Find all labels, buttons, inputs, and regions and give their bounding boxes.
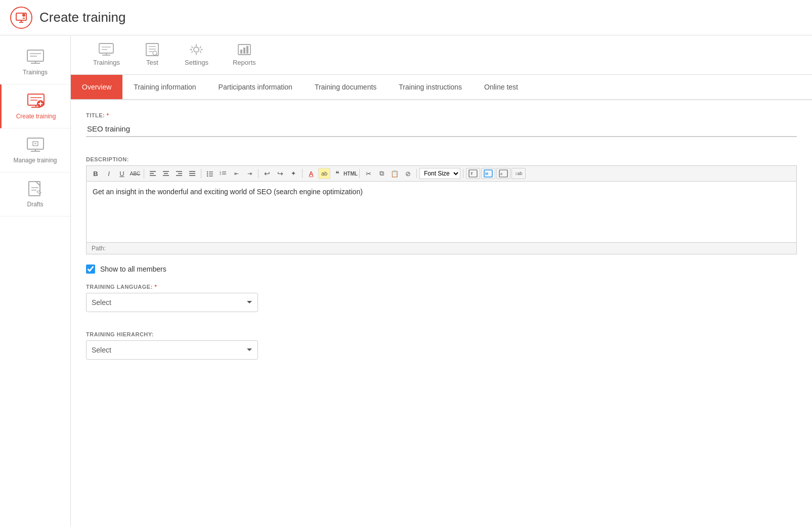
editor-path-bar: Path: (87, 242, 796, 254)
top-nav-test-label: Test (146, 59, 158, 66)
svg-rect-40 (246, 46, 248, 54)
toolbar-cut-button[interactable]: ✂ (362, 168, 374, 179)
toolbar-separator-3 (258, 169, 259, 178)
page-title: Create training (39, 10, 126, 25)
toolbar-strikethrough-button[interactable]: ABC (129, 168, 141, 179)
toolbar-list-ul-button[interactable] (204, 168, 216, 179)
toolbar-separator-1 (144, 169, 144, 178)
toolbar-redo-button[interactable]: ↪ (274, 168, 286, 179)
description-editor-body[interactable]: Get an insight in the wonderful and exci… (87, 182, 796, 242)
toolbar-copy-button[interactable]: ⧉ (375, 168, 388, 179)
app-logo-icon (10, 7, 32, 29)
top-nav-trainings-label: Trainings (93, 59, 120, 66)
toolbar-align-right-button[interactable] (173, 168, 185, 179)
title-required-star: * (107, 112, 109, 118)
svg-point-57 (207, 176, 208, 177)
svg-point-36 (194, 47, 199, 52)
toolbar-highlight-button[interactable]: ab (318, 168, 330, 179)
show-all-members-label[interactable]: Show to all members (100, 265, 166, 273)
sub-tab-training-instructions[interactable]: Training instructions (388, 75, 473, 99)
svg-text:2.: 2. (220, 172, 222, 176)
toolbar-undo-button[interactable]: ↩ (261, 168, 273, 179)
toolbar-extra2-button[interactable]: M (481, 168, 495, 179)
training-language-select[interactable]: Select English French German Spanish (86, 293, 258, 312)
sub-tab-online-test[interactable]: Online test (473, 75, 529, 99)
training-hierarchy-section: TRAINING HIERARCHY: Select Level 1 Level… (86, 331, 797, 370)
editor-toolbar: B I U ABC (87, 166, 796, 182)
top-navigation: Trainings Test (71, 35, 812, 75)
toolbar-align-center-button[interactable] (160, 168, 172, 179)
show-all-members-checkbox[interactable] (86, 265, 95, 274)
svg-rect-25 (99, 43, 113, 53)
top-nav-trainings[interactable]: Trainings (81, 35, 132, 74)
toolbar-list-ol-button[interactable]: 1.2. (217, 168, 229, 179)
toolbar-separator-7 (463, 169, 463, 178)
top-nav-settings[interactable]: Settings (173, 35, 221, 74)
training-language-required-star: * (154, 284, 157, 290)
top-nav-test[interactable]: Test (132, 35, 173, 74)
svg-rect-38 (240, 50, 242, 54)
toolbar-extra4-button[interactable]: ↕ab (511, 168, 526, 179)
toolbar-separator-4 (302, 169, 303, 178)
toolbar-italic-button[interactable]: I (103, 168, 115, 179)
toolbar-outdent-button[interactable]: ⇤ (230, 168, 242, 179)
toolbar-separator-5 (359, 169, 360, 178)
svg-rect-5 (27, 50, 44, 61)
toolbar-blockquote-button[interactable]: ❝ (331, 168, 344, 179)
toolbar-indent-button[interactable]: ⇥ (243, 168, 255, 179)
toolbar-font-color-button[interactable]: A (305, 168, 317, 179)
training-language-section: TRAINING LANGUAGE: * Select English Fren… (86, 284, 797, 322)
description-field-section: DESCRIPTION: B I U ABC (86, 156, 797, 254)
training-hierarchy-select[interactable]: Select Level 1 Level 2 Level 3 (86, 340, 258, 360)
toolbar-align-justify-button[interactable] (186, 168, 198, 179)
toolbar-paste-button[interactable]: 📋 (389, 168, 401, 179)
toolbar-extra1-button[interactable]: T (466, 168, 480, 179)
sub-tab-training-documents[interactable]: Training documents (304, 75, 388, 99)
title-input[interactable] (86, 121, 797, 137)
toolbar-align-left-button[interactable] (147, 168, 159, 179)
svg-text:a: a (500, 172, 502, 176)
sidebar: Trainings Create training (0, 35, 71, 526)
sub-tabs: Overview Training information Participan… (71, 75, 812, 100)
toolbar-font-size-select[interactable]: Font Size 8 10 12 14 16 18 24 36 (419, 168, 460, 179)
top-nav-reports[interactable]: Reports (221, 35, 268, 74)
sub-tab-training-information[interactable]: Training information (122, 75, 207, 99)
show-all-members-row: Show to all members (86, 265, 797, 274)
top-nav-reports-label: Reports (233, 59, 256, 66)
title-label: TITLE: * (86, 112, 797, 118)
toolbar-bold-button[interactable]: B (90, 168, 102, 179)
toolbar-extra3-button[interactable]: a (496, 168, 510, 179)
content-area: Trainings Test (71, 35, 812, 526)
svg-text:M: M (485, 172, 488, 176)
svg-point-3 (22, 14, 25, 17)
sidebar-item-manage-training[interactable]: Manage training (0, 128, 70, 172)
toolbar-underline-button[interactable]: U (116, 168, 128, 179)
training-language-label: TRAINING LANGUAGE: * (86, 284, 797, 290)
sub-tab-overview[interactable]: Overview (71, 75, 122, 99)
svg-text:T: T (471, 171, 473, 176)
svg-point-53 (207, 171, 208, 172)
toolbar-html-button[interactable]: HTML (345, 168, 357, 179)
app-header: Create training (0, 0, 812, 35)
toolbar-separator-2 (201, 169, 201, 178)
toolbar-separator-6 (416, 169, 417, 178)
sidebar-create-training-label: Create training (16, 113, 56, 120)
top-nav-settings-label: Settings (185, 59, 208, 66)
svg-rect-39 (243, 48, 245, 54)
form-area: TITLE: * DESCRIPTION: B I U ABC (71, 100, 812, 526)
main-layout: Trainings Create training (0, 35, 812, 526)
sidebar-manage-training-label: Manage training (13, 157, 57, 164)
toolbar-eraser-button[interactable]: ✦ (287, 168, 300, 179)
description-label: DESCRIPTION: (86, 156, 797, 162)
sidebar-trainings-label: Trainings (23, 69, 48, 76)
sub-tab-participants-information[interactable]: Participants information (207, 75, 304, 99)
svg-point-34 (153, 51, 157, 55)
description-editor: B I U ABC (86, 165, 797, 254)
sidebar-drafts-label: Drafts (27, 201, 43, 208)
sidebar-item-create-training[interactable]: Create training (0, 84, 70, 128)
sidebar-item-drafts[interactable]: Drafts (0, 172, 70, 216)
svg-point-55 (207, 173, 208, 174)
title-field-section: TITLE: * (86, 112, 797, 147)
sidebar-item-trainings[interactable]: Trainings (0, 40, 70, 84)
toolbar-clean-button[interactable]: ⊘ (402, 168, 414, 179)
